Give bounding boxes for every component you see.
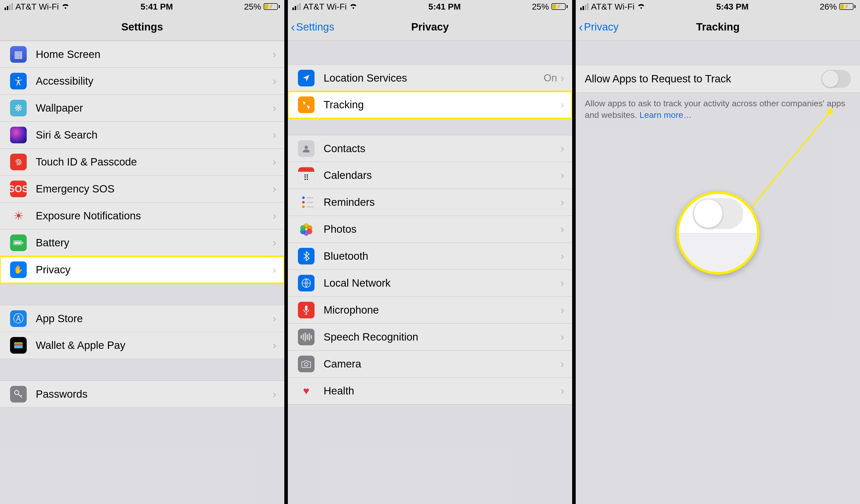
row-label: Speech Recognition: [324, 331, 561, 343]
bluetooth-icon: [298, 248, 315, 264]
row-label: Tracking: [324, 99, 561, 111]
chevron-right-icon: ›: [561, 99, 564, 111]
row-home-screen[interactable]: ▦ Home Screen ›: [0, 41, 284, 68]
row-wallet-apple-pay[interactable]: Wallet & Apple Pay ›: [0, 332, 284, 359]
battery-percent: 25%: [244, 2, 261, 12]
privacy-icon: ✋: [10, 261, 27, 278]
tracking-screen: AT&T Wi-Fi 5:43 PM 26% ⚡ ‹ Privacy Track…: [576, 0, 860, 504]
clock: 5:41 PM: [428, 2, 461, 12]
row-bluetooth[interactable]: Bluetooth ›: [288, 243, 572, 270]
svg-text:✋: ✋: [14, 265, 23, 274]
back-button[interactable]: ‹ Settings: [291, 20, 334, 34]
row-location-services[interactable]: Location Services On ›: [288, 64, 572, 91]
row-calendars[interactable]: ⠿ Calendars ›: [288, 162, 572, 189]
page-title: Privacy: [411, 21, 449, 33]
chevron-right-icon: ›: [561, 250, 564, 262]
svg-rect-9: [14, 345, 23, 348]
chevron-right-icon: ›: [273, 264, 276, 276]
row-local-network[interactable]: Local Network ›: [288, 270, 572, 297]
row-label: Photos: [324, 223, 561, 235]
row-label: Passwords: [36, 388, 273, 400]
tracking-toggle[interactable]: [821, 70, 851, 88]
chevron-right-icon: ›: [273, 48, 276, 60]
chevron-left-icon: ‹: [291, 20, 295, 34]
app-store-icon: Ⓐ: [10, 310, 27, 327]
battery-icon: ⚡: [839, 3, 856, 10]
chevron-right-icon: ›: [561, 72, 564, 84]
back-label: Privacy: [584, 21, 619, 33]
row-label: Wallpaper: [36, 102, 273, 114]
row-label: Home Screen: [36, 48, 273, 60]
footer-body: Allow apps to ask to track your activity…: [585, 99, 845, 120]
row-label: Calendars: [324, 169, 561, 181]
row-touch-id[interactable]: Touch ID & Passcode ›: [0, 148, 284, 175]
svg-point-11: [304, 146, 308, 149]
chevron-right-icon: ›: [561, 331, 564, 343]
row-battery[interactable]: Battery ›: [0, 229, 284, 256]
svg-rect-13: [305, 305, 307, 311]
signal-icon: [580, 3, 589, 10]
siri-search-icon: [10, 127, 27, 143]
chevron-right-icon: ›: [273, 183, 276, 195]
nav-bar: Settings: [0, 13, 284, 41]
settings-list[interactable]: ▦ Home Screen › Accessibility › ❋ Wallpa…: [0, 41, 284, 504]
home-screen-icon: ▦: [10, 46, 27, 63]
row-privacy[interactable]: ✋ Privacy ›: [0, 256, 284, 283]
contacts-icon: [298, 140, 315, 157]
row-microphone[interactable]: Microphone ›: [288, 297, 572, 323]
chevron-right-icon: ›: [273, 102, 276, 114]
back-label: Settings: [296, 21, 334, 33]
row-allow-apps-to-request-to-track[interactable]: Allow Apps to Request to Track: [576, 65, 860, 93]
callout-dot: [828, 109, 833, 114]
row-label: Contacts: [324, 143, 561, 155]
svg-rect-3: [14, 242, 21, 244]
chevron-right-icon: ›: [561, 358, 564, 370]
row-camera[interactable]: Camera ›: [288, 350, 572, 377]
battery-icon: ⚡: [264, 3, 280, 10]
row-label: Location Services: [324, 72, 544, 84]
row-accessibility[interactable]: Accessibility ›: [0, 68, 284, 95]
privacy-list[interactable]: Location Services On › Tracking › Contac…: [288, 41, 572, 504]
row-label: Health: [324, 385, 561, 397]
privacy-screen: AT&T Wi-Fi 5:41 PM 25% ⚡ ‹ Settings Priv…: [288, 0, 572, 504]
wifi-icon: [61, 2, 70, 11]
reminders-icon: [298, 194, 315, 211]
row-siri-search[interactable]: Siri & Search ›: [0, 122, 284, 148]
row-speech-recognition[interactable]: Speech Recognition ›: [288, 323, 572, 350]
chevron-right-icon: ›: [561, 196, 564, 208]
chevron-right-icon: ›: [273, 339, 276, 351]
row-label: Exposure Notifications: [36, 210, 273, 222]
back-button[interactable]: ‹ Privacy: [579, 20, 618, 34]
exposure-notifications-icon: ☀: [10, 207, 27, 224]
row-app-store[interactable]: Ⓐ App Store ›: [0, 305, 284, 332]
row-label: Emergency SOS: [36, 183, 273, 195]
chevron-right-icon: ›: [561, 385, 564, 397]
row-emergency-sos[interactable]: SOS Emergency SOS ›: [0, 175, 284, 202]
row-health[interactable]: ♥ Health ›: [288, 377, 572, 404]
chevron-right-icon: ›: [273, 237, 276, 249]
carrier-label: AT&T Wi-Fi: [15, 2, 59, 12]
nav-bar: ‹ Privacy Tracking: [576, 13, 860, 41]
chevron-right-icon: ›: [561, 169, 564, 181]
health-icon: ♥: [298, 383, 315, 399]
wallpaper-icon: ❋: [10, 100, 27, 116]
toggle-label: Allow Apps to Request to Track: [585, 73, 731, 85]
row-photos[interactable]: Photos ›: [288, 216, 572, 243]
row-passwords[interactable]: Passwords ›: [0, 380, 284, 407]
row-label: Battery: [36, 237, 273, 249]
row-wallpaper[interactable]: ❋ Wallpaper ›: [0, 95, 284, 122]
learn-more-link[interactable]: Learn more…: [640, 110, 692, 120]
carrier-label: AT&T Wi-Fi: [303, 2, 347, 12]
row-label: Wallet & Apple Pay: [36, 339, 273, 351]
microphone-icon: [298, 302, 315, 318]
page-title: Tracking: [696, 21, 740, 33]
row-contacts[interactable]: Contacts ›: [288, 135, 572, 162]
row-tracking[interactable]: Tracking ›: [288, 91, 572, 118]
camera-icon: [298, 356, 315, 372]
magnifier-callout: [676, 191, 760, 275]
status-bar: AT&T Wi-Fi 5:41 PM 25% ⚡: [288, 0, 572, 13]
row-reminders[interactable]: Reminders ›: [288, 189, 572, 216]
row-exposure-notifications[interactable]: ☀ Exposure Notifications ›: [0, 202, 284, 229]
status-bar: AT&T Wi-Fi 5:43 PM 26% ⚡: [576, 0, 860, 13]
battery-percent: 26%: [820, 2, 837, 12]
